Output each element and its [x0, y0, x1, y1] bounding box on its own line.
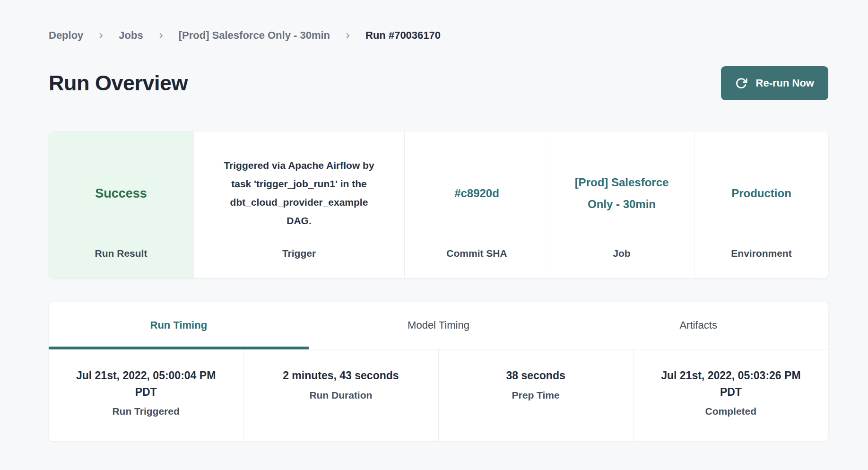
- job-cell: [Prod] Salesforce Only - 30min Job: [549, 131, 694, 278]
- run-timing-panel: Jul 21st, 2022, 05:00:04 PM PDT Run Trig…: [49, 349, 828, 441]
- completed-label: Completed: [634, 406, 828, 417]
- completed-cell: Jul 21st, 2022, 05:03:26 PM PDT Complete…: [634, 349, 828, 441]
- trigger-value: Triggered via Apache Airflow by task 'tr…: [224, 157, 375, 230]
- refresh-icon: [735, 77, 748, 90]
- trigger-cell: Triggered via Apache Airflow by task 'tr…: [194, 131, 405, 278]
- run-timing-card: Run Timing Model Timing Artifacts Jul 21…: [49, 302, 828, 441]
- prep-time-value: 38 seconds: [457, 367, 614, 384]
- run-result-label: Run Result: [95, 248, 148, 278]
- tab-model-timing-label: Model Timing: [408, 319, 469, 331]
- tab-bar: Run Timing Model Timing Artifacts: [49, 302, 828, 349]
- trigger-label: Trigger: [282, 248, 316, 278]
- breadcrumb-current-run: Run #70036170: [365, 29, 441, 42]
- environment-label: Environment: [731, 248, 791, 278]
- tab-model-timing[interactable]: Model Timing: [309, 302, 569, 349]
- chevron-right-icon: [344, 32, 351, 39]
- run-triggered-cell: Jul 21st, 2022, 05:00:04 PM PDT Run Trig…: [49, 349, 243, 441]
- page-title: Run Overview: [49, 71, 188, 96]
- run-result-value: Success: [95, 186, 147, 201]
- run-overview-page: Deploy Jobs [Prod] Salesforce Only - 30m…: [0, 0, 868, 441]
- commit-sha-label: Commit SHA: [446, 248, 507, 278]
- run-summary-card: Success Run Result Triggered via Apache …: [49, 131, 828, 278]
- job-label: Job: [613, 248, 630, 278]
- run-triggered-value: Jul 21st, 2022, 05:00:04 PM PDT: [68, 367, 225, 400]
- environment-link[interactable]: Production: [731, 183, 791, 204]
- run-duration-value: 2 minutes, 43 seconds: [262, 367, 419, 384]
- run-duration-label: Run Duration: [243, 390, 438, 401]
- tab-artifacts-label: Artifacts: [679, 319, 717, 331]
- job-link[interactable]: [Prod] Salesforce Only - 30min: [574, 172, 669, 215]
- chevron-right-icon: [97, 32, 104, 39]
- rerun-now-label: Re-run Now: [756, 77, 814, 89]
- run-triggered-label: Run Triggered: [49, 406, 243, 417]
- rerun-now-button[interactable]: Re-run Now: [721, 66, 828, 100]
- breadcrumb-jobs[interactable]: Jobs: [119, 29, 143, 42]
- commit-sha-link[interactable]: #c8920d: [454, 183, 499, 204]
- run-result-cell: Success Run Result: [49, 131, 194, 278]
- tab-artifacts[interactable]: Artifacts: [568, 302, 828, 349]
- tab-run-timing-label: Run Timing: [150, 319, 208, 331]
- breadcrumb-deploy[interactable]: Deploy: [49, 29, 83, 42]
- breadcrumb: Deploy Jobs [Prod] Salesforce Only - 30m…: [49, 0, 828, 42]
- commit-sha-cell: #c8920d Commit SHA: [405, 131, 549, 278]
- environment-cell: Production Environment: [694, 131, 828, 278]
- chevron-right-icon: [157, 32, 165, 39]
- completed-value: Jul 21st, 2022, 05:03:26 PM PDT: [652, 367, 809, 400]
- run-duration-cell: 2 minutes, 43 seconds Run Duration: [243, 349, 438, 441]
- tab-run-timing[interactable]: Run Timing: [49, 302, 309, 349]
- page-header: Run Overview Re-run Now: [49, 66, 828, 100]
- breadcrumb-job-name[interactable]: [Prod] Salesforce Only - 30min: [179, 29, 330, 42]
- prep-time-cell: 38 seconds Prep Time: [439, 349, 634, 441]
- prep-time-label: Prep Time: [439, 390, 633, 401]
